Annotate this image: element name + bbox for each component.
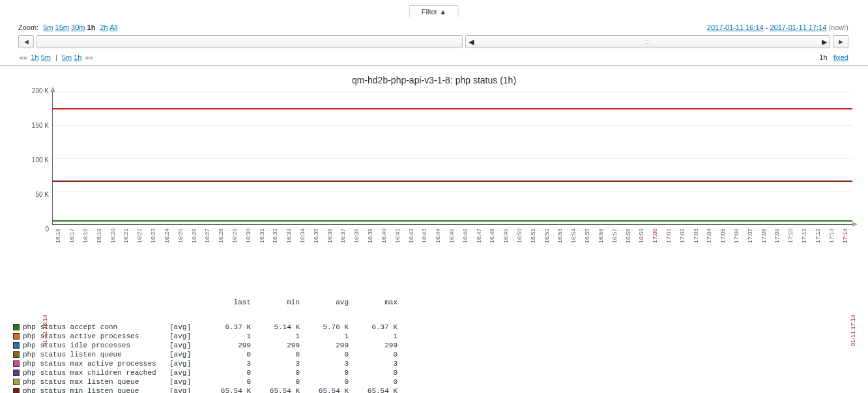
xtick: 17:04 bbox=[703, 231, 717, 277]
xtick: 16:41 bbox=[391, 231, 405, 277]
legend-swatch-icon bbox=[13, 342, 20, 349]
xtick: 16:49 bbox=[500, 231, 514, 277]
legend-avg: 0 bbox=[300, 369, 349, 377]
xtick: 16:29 bbox=[229, 231, 242, 277]
timerange-start[interactable]: 2017-01-11 16:14 bbox=[707, 23, 764, 31]
slider-grip-icon: ::: bbox=[644, 38, 652, 45]
legend-max: 0 bbox=[349, 351, 398, 358]
legend-min: 0 bbox=[251, 351, 300, 358]
legend-max: 65.54 K bbox=[349, 387, 398, 393]
ytick-100k: 100 K bbox=[32, 156, 49, 164]
legend-last: 299 bbox=[202, 342, 251, 349]
chart-container: qm-hd2b-php-api-v3-1-8: php status (1h) … bbox=[0, 66, 868, 393]
xtick: 16:50 bbox=[514, 231, 527, 277]
step-back-prefix: «« bbox=[20, 53, 27, 61]
xtick: 16:54 bbox=[568, 231, 581, 277]
xtick: 16:57 bbox=[608, 231, 622, 277]
legend-row: php status max active processes[avg]3333 bbox=[13, 359, 861, 368]
x-axis-arrow-icon bbox=[852, 222, 858, 227]
xtick: 16:47 bbox=[472, 231, 486, 277]
legend-agg: [avg] bbox=[169, 351, 202, 358]
xtick: 16:20 bbox=[106, 231, 120, 277]
legend-row: php status min listen queue[avg]65.54 K6… bbox=[13, 386, 861, 393]
timeline-slider[interactable]: ◀ ::: ▶ bbox=[465, 35, 830, 48]
legend-row: php status max children reached[avg]0000 bbox=[13, 368, 861, 377]
xtick: 16:17 bbox=[66, 231, 80, 277]
legend-avg: 0 bbox=[300, 378, 349, 386]
nav-prev-button[interactable]: ◀ bbox=[18, 35, 34, 48]
xtick: 16:22 bbox=[134, 231, 147, 277]
legend-min: 3 bbox=[251, 360, 300, 368]
legend-name: php status listen queue bbox=[23, 351, 169, 358]
xtick: 16:46 bbox=[459, 231, 472, 277]
xtick: 16:19 bbox=[93, 231, 106, 277]
legend-agg: [avg] bbox=[169, 360, 202, 368]
xtick: 16:25 bbox=[174, 231, 188, 277]
legend-last: 0 bbox=[202, 351, 251, 358]
chart-plot: 200 K 150 K 100 K 50 K 0 bbox=[52, 88, 852, 231]
legend-agg: [avg] bbox=[169, 332, 202, 340]
legend-name: php status max listen queue bbox=[23, 378, 169, 386]
legend-min: 5.14 K bbox=[251, 323, 300, 331]
xtick: 16:45 bbox=[446, 231, 459, 277]
series-accept-conn bbox=[53, 220, 852, 222]
series-start-since bbox=[53, 108, 852, 109]
legend-avg: 5.76 K bbox=[300, 323, 349, 331]
filter-toggle[interactable]: Filter ▲ bbox=[409, 5, 459, 18]
step-fwd-5m[interactable]: 5m bbox=[62, 53, 72, 61]
xtick: 16:55 bbox=[581, 231, 595, 277]
xtick: 16:27 bbox=[201, 231, 215, 277]
xtick: 16:30 bbox=[242, 231, 255, 277]
xtick: 16:48 bbox=[486, 231, 500, 277]
zoom-controls: Zoom: 5m 15m 30m 1h 2h All bbox=[18, 23, 117, 31]
legend-avg: 3 bbox=[300, 360, 349, 368]
xtick: 16:31 bbox=[255, 231, 269, 277]
legend-swatch-icon bbox=[13, 370, 20, 376]
xtick: 16:28 bbox=[215, 231, 229, 277]
legend-max: 0 bbox=[349, 369, 398, 377]
ytick-150k: 150 K bbox=[32, 122, 49, 129]
legend-last: 3 bbox=[202, 360, 251, 368]
ytick-0: 0 bbox=[45, 225, 49, 232]
xtick: 17:10 bbox=[785, 231, 798, 277]
xtick: 17:11 bbox=[798, 231, 812, 277]
ytick-200k: 200 K bbox=[32, 87, 49, 95]
legend-swatch-icon bbox=[13, 333, 20, 340]
zoom-5m[interactable]: 5m bbox=[43, 23, 53, 31]
step-back-controls: «« 1h 5m | 5m 1h »» bbox=[18, 53, 94, 61]
xtick: 17:05 bbox=[717, 231, 731, 277]
zoom-1h[interactable]: 1h bbox=[87, 23, 96, 31]
slider-left-icon: ◀ bbox=[469, 38, 474, 46]
x-axis: 16:1616:1716:1816:1916:2016:2116:2216:23… bbox=[52, 231, 852, 277]
xtick: 17:08 bbox=[757, 231, 771, 277]
timerange-end[interactable]: 2017-01-11 17:14 bbox=[770, 23, 827, 31]
xtick: 17:02 bbox=[676, 231, 689, 277]
x-range-start: 01-11 16:14 bbox=[42, 315, 48, 346]
xtick: 16:56 bbox=[595, 231, 609, 277]
xtick: 16:18 bbox=[80, 231, 93, 277]
series-min-listen-queue bbox=[53, 181, 852, 182]
zoom-15m[interactable]: 15m bbox=[55, 23, 69, 31]
xtick: 17:03 bbox=[689, 231, 703, 277]
zoom-30m[interactable]: 30m bbox=[71, 23, 85, 31]
fixed-link[interactable]: fixed bbox=[833, 53, 848, 61]
legend-min: 0 bbox=[251, 369, 300, 377]
step-fwd-1h[interactable]: 1h bbox=[74, 53, 81, 61]
xtick: 17:14 bbox=[839, 231, 852, 277]
timerange-now: (now!) bbox=[828, 23, 848, 31]
step-back-5m[interactable]: 5m bbox=[41, 53, 51, 61]
legend-max: 1 bbox=[349, 332, 398, 340]
step-back-1h[interactable]: 1h bbox=[31, 53, 38, 61]
legend-agg: [avg] bbox=[169, 342, 202, 349]
zoom-2h[interactable]: 2h bbox=[100, 23, 108, 31]
zoom-all[interactable]: All bbox=[109, 23, 117, 31]
slider-right-icon: ▶ bbox=[822, 38, 827, 46]
y-axis-arrow-icon bbox=[50, 87, 55, 92]
nav-next-button[interactable]: ▶ bbox=[833, 35, 848, 48]
timeline-bar[interactable] bbox=[36, 35, 463, 48]
legend-min: 65.54 K bbox=[251, 387, 300, 393]
legend-row: php status idle processes[avg]2992992992… bbox=[13, 341, 861, 350]
step-sep: | bbox=[55, 53, 59, 61]
legend-header: last min avg max bbox=[13, 298, 861, 307]
x-range-end: 01-11 17:14 bbox=[850, 315, 856, 346]
